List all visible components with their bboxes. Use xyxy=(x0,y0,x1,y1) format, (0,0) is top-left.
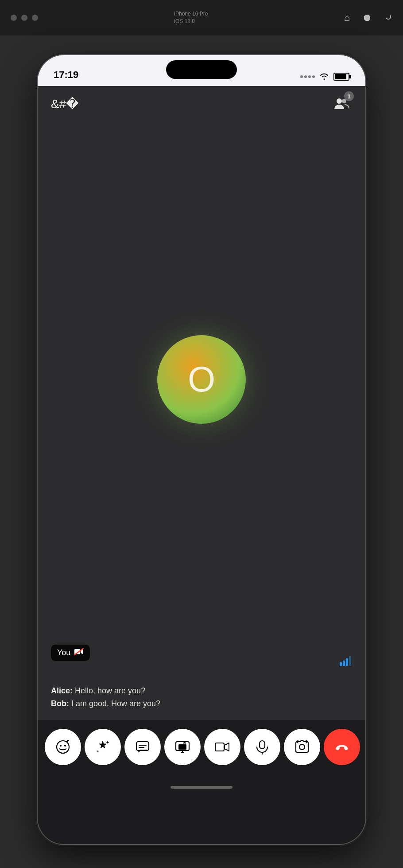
dynamic-island xyxy=(166,60,237,79)
share-screen-button[interactable] xyxy=(164,729,201,765)
video-off-icon xyxy=(74,648,84,655)
transcript-area: Alice: Hello, how are you? Bob: I am goo… xyxy=(38,676,365,720)
svg-rect-6 xyxy=(346,658,348,666)
call-nav: &#� 1 xyxy=(38,86,365,119)
signal-dot-4 xyxy=(312,75,315,78)
emoji-reactions-icon xyxy=(55,739,70,755)
svg-point-9 xyxy=(60,745,62,747)
video-icon xyxy=(215,739,230,755)
bars-icon xyxy=(340,656,352,666)
call-screen: &#� 1 xyxy=(38,86,365,676)
signal-bars xyxy=(300,75,315,78)
microphone-icon xyxy=(255,739,270,755)
simulator-titlebar: iPhone 16 Pro iOS 18.0 ⌂ ⏺ ⤾ xyxy=(0,0,403,35)
signal-dot-2 xyxy=(304,75,307,78)
rotate-button-sim[interactable]: ⤾ xyxy=(384,12,392,23)
status-right-icons xyxy=(300,73,349,81)
transcript-line-2: Bob: I am good. How are you? xyxy=(51,697,352,710)
you-badge: You xyxy=(51,645,90,661)
message-2: I am good. How are you? xyxy=(71,699,160,708)
dot-green xyxy=(32,15,38,21)
svg-point-8 xyxy=(57,741,69,753)
status-time: 17:19 xyxy=(54,69,78,81)
simulator-controls[interactable]: ⌂ ⏺ ⤾ xyxy=(344,12,392,23)
participants-button[interactable]: 1 xyxy=(331,93,352,114)
end-call-icon xyxy=(334,739,349,755)
simulator-title: iPhone 16 Pro iOS 18.0 xyxy=(174,10,208,25)
svg-rect-7 xyxy=(349,656,351,666)
home-indicator xyxy=(38,778,365,796)
speaker-1: Alice: xyxy=(51,686,73,695)
call-controls xyxy=(38,720,365,778)
svg-rect-17 xyxy=(260,741,265,749)
phone-screen: 17:19 xyxy=(38,55,365,844)
battery-icon xyxy=(333,73,349,81)
video-muted-icon xyxy=(74,648,84,657)
camera-flip-button[interactable] xyxy=(284,729,320,765)
simulator-frame: iPhone 16 Pro iOS 18.0 ⌂ ⏺ ⤾ 17:19 xyxy=(0,0,403,868)
status-bar: 17:19 xyxy=(38,55,365,86)
iphone-device: 17:19 xyxy=(38,55,365,844)
svg-point-10 xyxy=(64,745,66,747)
svg-point-19 xyxy=(299,744,305,750)
signal-strength-icon xyxy=(340,656,352,669)
device-name-label: iPhone 16 Pro xyxy=(174,10,208,18)
svg-rect-16 xyxy=(215,743,224,751)
end-call-button[interactable] xyxy=(324,729,360,765)
avatar-area: O xyxy=(38,119,365,640)
dot-red xyxy=(11,15,17,21)
captions-area: You xyxy=(38,640,365,676)
signal-dot-1 xyxy=(300,75,303,78)
chat-button[interactable] xyxy=(124,729,161,765)
you-label: You xyxy=(57,648,70,657)
effects-button[interactable] xyxy=(85,729,121,765)
home-button-sim[interactable]: ⌂ xyxy=(344,12,350,23)
signal-dot-3 xyxy=(308,75,311,78)
speaker-2: Bob: xyxy=(51,699,69,708)
lock-button-sim[interactable]: ⏺ xyxy=(362,12,372,23)
share-screen-icon xyxy=(175,739,190,755)
emoji-reactions-button[interactable] xyxy=(45,729,81,765)
home-bar xyxy=(170,786,232,789)
back-button[interactable]: &#� xyxy=(51,97,79,111)
avatar-letter: O xyxy=(188,359,215,400)
camera-flip-icon xyxy=(294,739,310,755)
dot-yellow xyxy=(21,15,27,21)
video-button[interactable] xyxy=(204,729,240,765)
svg-point-0 xyxy=(337,98,342,104)
window-dots xyxy=(11,15,38,21)
transcript-line-1: Alice: Hello, how are you? xyxy=(51,684,352,697)
contact-avatar: O xyxy=(157,335,246,424)
effects-icon xyxy=(95,739,110,755)
chat-icon xyxy=(135,739,150,755)
svg-rect-15 xyxy=(178,744,186,750)
battery-fill xyxy=(335,74,346,79)
svg-rect-5 xyxy=(343,661,345,666)
ios-version-label: iOS 18.0 xyxy=(174,18,208,25)
svg-rect-11 xyxy=(136,742,149,751)
phone-container: 17:19 xyxy=(0,35,403,868)
svg-rect-4 xyxy=(340,662,342,666)
participants-badge: 1 xyxy=(344,91,354,101)
message-1: Hello, how are you? xyxy=(75,686,145,695)
wifi-icon xyxy=(319,73,329,80)
microphone-button[interactable] xyxy=(244,729,280,765)
